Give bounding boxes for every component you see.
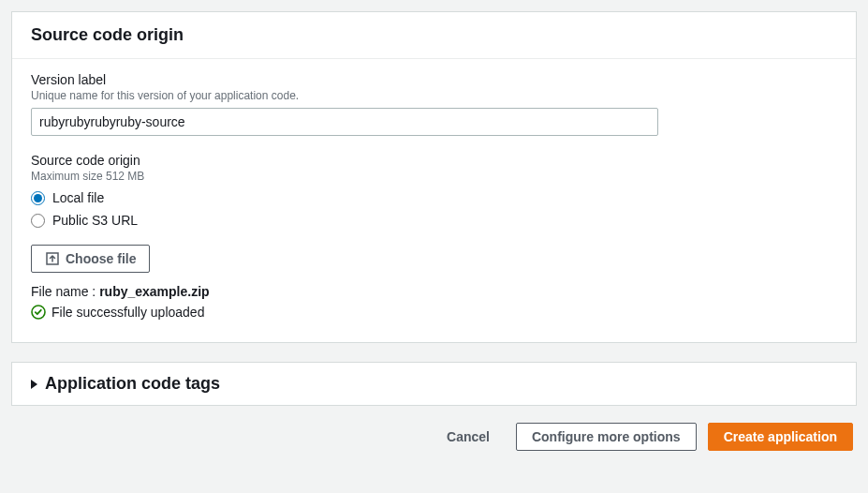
panel-title: Source code origin bbox=[31, 25, 837, 45]
version-label-field: Version label Unique name for this versi… bbox=[31, 72, 837, 136]
version-label-input[interactable] bbox=[31, 108, 658, 136]
file-name-line: File name : ruby_example.zip bbox=[31, 284, 837, 299]
panel-header: Source code origin bbox=[12, 12, 856, 59]
choose-file-button[interactable]: Choose file bbox=[31, 245, 150, 273]
file-name-prefix: File name : bbox=[31, 284, 99, 299]
configure-more-options-button[interactable]: Configure more options bbox=[516, 423, 697, 451]
version-label-text: Version label bbox=[31, 72, 837, 87]
upload-status-row: File successfully uploaded bbox=[31, 305, 837, 320]
configure-more-options-label: Configure more options bbox=[532, 429, 681, 444]
radio-local-file-input[interactable] bbox=[31, 191, 45, 205]
radio-public-s3-input[interactable] bbox=[31, 214, 45, 228]
caret-right-icon bbox=[31, 380, 37, 389]
application-code-tags-panel: Application code tags bbox=[11, 362, 857, 406]
choose-file-label: Choose file bbox=[66, 251, 136, 266]
origin-label: Source code origin bbox=[31, 153, 837, 168]
footer-actions: Cancel Configure more options Create app… bbox=[11, 423, 857, 451]
radio-local-file[interactable]: Local file bbox=[31, 190, 837, 205]
origin-field: Source code origin Maximum size 512 MB L… bbox=[31, 153, 837, 228]
radio-public-s3-label: Public S3 URL bbox=[52, 213, 138, 228]
upload-status-text: File successfully uploaded bbox=[51, 305, 204, 320]
choose-file-row: Choose file bbox=[31, 245, 837, 273]
create-application-label: Create application bbox=[724, 429, 837, 444]
create-application-button[interactable]: Create application bbox=[708, 423, 853, 451]
file-name-value: ruby_example.zip bbox=[99, 284, 210, 299]
origin-help: Maximum size 512 MB bbox=[31, 170, 837, 183]
version-label-help: Unique name for this version of your app… bbox=[31, 89, 837, 102]
application-code-tags-title: Application code tags bbox=[45, 374, 220, 394]
source-code-origin-panel: Source code origin Version label Unique … bbox=[11, 11, 857, 343]
application-code-tags-toggle[interactable]: Application code tags bbox=[31, 374, 837, 394]
panel-body: Version label Unique name for this versi… bbox=[12, 59, 856, 342]
success-check-icon bbox=[31, 305, 46, 320]
cancel-button-label: Cancel bbox=[447, 429, 490, 444]
radio-local-file-label: Local file bbox=[52, 190, 104, 205]
cancel-button[interactable]: Cancel bbox=[432, 424, 505, 450]
radio-public-s3[interactable]: Public S3 URL bbox=[31, 213, 837, 228]
upload-icon bbox=[45, 251, 60, 266]
